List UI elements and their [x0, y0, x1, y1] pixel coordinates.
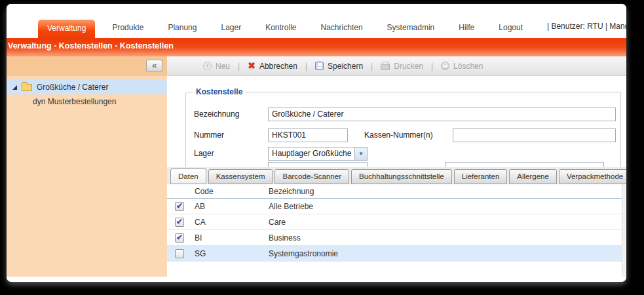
nummer-label: Nummer [194, 130, 268, 140]
user-info-bar: | Benutzer: RTU | Mandant: 19 | ✉ 0 | G [547, 20, 626, 38]
delete-button-label: Löschen [453, 62, 483, 71]
bezeichnung-label: Bezeichnung [194, 109, 268, 119]
tab-barcode-scanner[interactable]: Barcode-Scanner [275, 169, 349, 184]
new-button[interactable]: Neu [203, 62, 230, 71]
nav-tab-nachrichten[interactable]: Nachrichten [321, 23, 363, 38]
tree-expand-icon[interactable] [12, 85, 18, 90]
main-area: « Großküche / Caterer dyn Musterbestellu… [7, 56, 626, 277]
nav-tab-hilfe[interactable]: Hilfe [459, 23, 474, 38]
minus-circle-icon [441, 62, 449, 70]
cell-code: SG [195, 249, 269, 258]
sidebar-collapse-button[interactable]: « [146, 60, 162, 72]
nav-tab-verwaltung[interactable]: Verwaltung [38, 20, 95, 38]
print-button[interactable]: Drucken [381, 62, 423, 71]
folder-icon [22, 84, 32, 91]
tree-item-label: dyn Musterbestellungen [33, 97, 116, 106]
tab-verpackmethode[interactable]: Verpackmethode [559, 169, 626, 184]
nav-tab-kontrolle[interactable]: Kontrolle [265, 23, 296, 38]
tab-daten[interactable]: Daten [170, 168, 206, 184]
row-checkbox[interactable] [175, 218, 184, 227]
cancel-button[interactable]: Abbrechen [248, 62, 297, 71]
sidebar: « Großküche / Caterer dyn Musterbestellu… [7, 56, 167, 277]
toolbar-separator: | [371, 62, 373, 71]
tab-allergene[interactable]: Allergene [509, 169, 557, 184]
cell-bezeichnung: Care [269, 218, 622, 227]
breadcrumb: Verwaltung - Kostenstellen - Kostenstell… [7, 38, 626, 56]
table-header: Code Bezeichnung [167, 184, 622, 199]
header-bezeichnung: Bezeichnung [269, 187, 622, 196]
scrollbar-track[interactable] [622, 184, 626, 277]
cell-code: BI [195, 233, 269, 243]
main-menu: Verwaltung Produkte Planung Lager Kontro… [7, 4, 626, 38]
nav-tab-lager[interactable]: Lager [221, 23, 241, 38]
tab-lieferanten[interactable]: Lieferanten [454, 169, 508, 184]
print-button-label: Drucken [394, 62, 423, 71]
app-window: Verwaltung Produkte Planung Lager Kontro… [7, 4, 626, 282]
tab-buchhaltungsschnittstelle[interactable]: Buchhaltungsschnittstelle [351, 169, 452, 184]
kassen-nummer-field[interactable] [453, 128, 616, 142]
row-checkbox[interactable] [175, 249, 184, 258]
delete-button[interactable]: Löschen [441, 62, 483, 71]
floppy-disk-icon [315, 62, 324, 70]
cell-bezeichnung: Alle Betriebe [269, 202, 622, 211]
nav-tab-planung[interactable]: Planung [168, 23, 197, 38]
toolbar-separator: | [431, 62, 433, 71]
printer-icon [381, 64, 390, 70]
lager-dropdown-value: Hauptlager Großküche [269, 148, 354, 160]
cell-bezeichnung: Systemgastronomie [269, 249, 622, 258]
nav-logout-link[interactable]: Logout [499, 23, 523, 38]
header-code: Code [195, 187, 269, 196]
toolbar-separator: | [305, 62, 307, 71]
toolbar-separator: | [238, 62, 240, 71]
row-checkbox[interactable] [175, 202, 184, 211]
record-toolbar: Neu | Abbrechen | Speichern | Drucken | [167, 56, 626, 76]
cell-code: CA [195, 218, 269, 227]
betriebe-table: Code Bezeichnung AB Alle Betriebe CA Car… [167, 184, 622, 262]
cell-bezeichnung: Business [269, 233, 622, 243]
cell-code: AB [195, 202, 269, 211]
kassen-nummer-label: Kassen-Nummer(n) [364, 130, 453, 140]
table-row[interactable]: BI Business [167, 230, 622, 246]
kostenstellen-tree: Großküche / Caterer dyn Musterbestellung… [7, 76, 167, 109]
nummer-field[interactable] [268, 128, 348, 142]
row-checkbox[interactable] [175, 233, 184, 243]
nav-tab-systemadmin[interactable]: Systemadmin [387, 23, 435, 38]
bezeichnung-field[interactable] [268, 108, 616, 121]
table-row[interactable]: SG Systemgastronomie [167, 246, 622, 262]
user-mandant-text: | Benutzer: RTU | Mandant: 19 | [547, 22, 626, 31]
cancel-button-label: Abbrechen [259, 62, 297, 71]
save-button[interactable]: Speichern [315, 62, 363, 71]
detail-tabstrip: Daten Kassensystem Barcode-Scanner Buchh… [167, 167, 626, 184]
chevron-down-icon[interactable]: ▼ [354, 148, 367, 160]
cancel-x-icon [248, 62, 256, 70]
kostenstelle-fieldset: Kostenstelle Bezeichnung Nummer Kassen-N… [185, 92, 621, 176]
table-row[interactable]: AB Alle Betriebe [167, 199, 622, 214]
new-button-label: Neu [216, 62, 230, 71]
detail-tab-panel: Daten Kassensystem Barcode-Scanner Buchh… [167, 167, 626, 277]
tree-item-musterbestellungen[interactable]: dyn Musterbestellungen [7, 94, 167, 109]
sidebar-header: « [7, 56, 167, 76]
save-button-label: Speichern [328, 62, 363, 71]
tree-item-label: Großküche / Caterer [37, 83, 108, 92]
content-pane: Neu | Abbrechen | Speichern | Drucken | [167, 56, 626, 277]
plus-circle-icon [203, 62, 212, 70]
nav-tab-produkte[interactable]: Produkte [112, 23, 143, 38]
lager-label: Lager [194, 149, 268, 158]
lager-dropdown[interactable]: Hauptlager Großküche ▼ [268, 147, 368, 161]
fieldset-legend: Kostenstelle [193, 87, 246, 96]
tab-kassensystem[interactable]: Kassensystem [208, 169, 273, 184]
tree-item-grosskueche[interactable]: Großküche / Caterer [7, 80, 167, 94]
table-row[interactable]: CA Care [167, 214, 622, 230]
